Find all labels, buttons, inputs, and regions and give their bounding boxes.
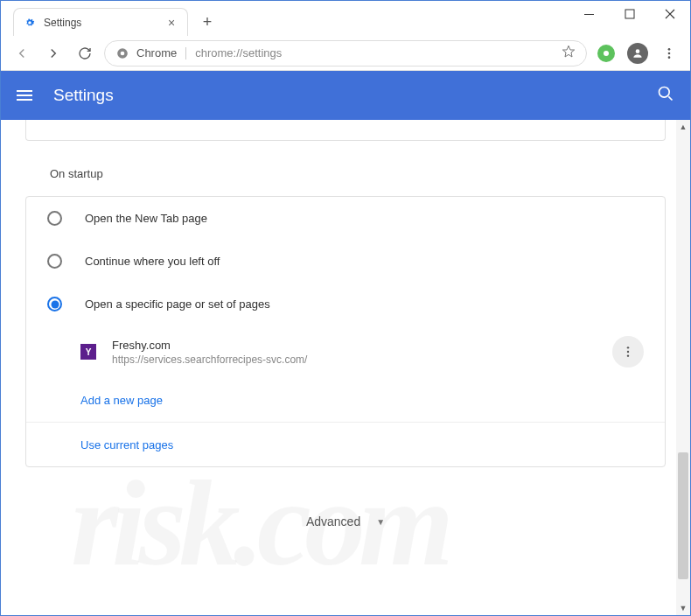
profile-button[interactable] [625, 41, 650, 66]
favicon-icon: Y [80, 344, 96, 360]
back-button[interactable] [10, 41, 34, 66]
use-current-pages-link[interactable]: Use current pages [26, 422, 665, 466]
scroll-up-arrow[interactable]: ▲ [676, 120, 690, 134]
tab-strip: Settings × + [1, 1, 220, 36]
toolbar: Chrome chrome://settings [1, 36, 690, 71]
svg-point-7 [668, 52, 671, 54]
bookmark-star-icon[interactable] [562, 45, 576, 62]
page-info: Freshy.com https://services.searchforrec… [112, 339, 597, 366]
svg-point-9 [660, 88, 670, 98]
address-bar[interactable]: Chrome chrome://settings [104, 40, 587, 66]
page-title: Settings [53, 86, 657, 105]
radio-icon [47, 297, 62, 312]
search-button[interactable] [657, 85, 674, 106]
forward-button[interactable] [41, 41, 66, 66]
svg-rect-1 [625, 10, 634, 18]
svg-point-3 [121, 51, 125, 55]
svg-point-5 [636, 49, 640, 53]
window-controls [569, 1, 690, 27]
svg-point-12 [627, 354, 629, 356]
omnibox-url: chrome://settings [195, 46, 555, 60]
close-window-button[interactable] [650, 1, 690, 27]
extension-icon [597, 45, 615, 62]
scrollbar[interactable]: ▲ ▼ [676, 120, 690, 615]
radio-label: Open a specific page or set of pages [85, 298, 270, 311]
svg-point-10 [627, 346, 629, 348]
radio-label: Continue where you left off [85, 255, 220, 268]
radio-icon [47, 254, 62, 269]
more-actions-button[interactable] [612, 336, 644, 368]
hamburger-menu-button[interactable] [17, 85, 38, 106]
avatar-icon [627, 43, 648, 64]
radio-icon [47, 211, 62, 226]
chevron-down-icon: ▼ [376, 517, 385, 527]
link-label: Add a new page [80, 394, 163, 407]
section-title: On startup [50, 167, 669, 180]
content-scroll[interactable]: On startup Open the New Tab page Continu… [1, 120, 690, 615]
page-url: https://services.searchforrecipes-svc.co… [112, 354, 597, 366]
close-icon[interactable]: × [164, 16, 178, 30]
svg-point-8 [668, 56, 671, 59]
link-label: Use current pages [80, 438, 173, 452]
tab-settings[interactable]: Settings × [13, 8, 188, 36]
settings-appbar: Settings [1, 71, 690, 120]
advanced-toggle[interactable]: Advanced ▼ [22, 514, 669, 528]
page-name: Freshy.com [112, 339, 597, 352]
scroll-down-arrow[interactable]: ▼ [676, 601, 690, 615]
new-tab-button[interactable]: + [195, 10, 220, 34]
add-page-link[interactable]: Add a new page [26, 378, 665, 422]
scrollbar-thumb[interactable] [678, 452, 688, 579]
maximize-button[interactable] [610, 1, 650, 27]
radio-label: Open the New Tab page [85, 212, 207, 225]
svg-point-11 [627, 351, 629, 353]
titlebar: Settings × + [1, 1, 690, 36]
svg-point-6 [668, 48, 671, 51]
omnibox-divider [185, 47, 186, 60]
content-area: PC risk.com On startup Open the New Tab … [1, 120, 690, 615]
radio-specific-pages[interactable]: Open a specific page or set of pages [26, 283, 665, 326]
startup-page-row: Y Freshy.com https://services.searchforr… [26, 326, 665, 378]
menu-button[interactable] [657, 41, 681, 66]
browser-window: Settings × + Chrome chrome://settings [0, 0, 691, 616]
chrome-icon [115, 46, 129, 60]
svg-rect-0 [584, 14, 594, 15]
omnibox-origin-label: Chrome [136, 46, 177, 60]
minimize-button[interactable] [569, 1, 610, 27]
extension-button[interactable] [594, 41, 618, 66]
advanced-label: Advanced [306, 514, 360, 528]
startup-card: Open the New Tab page Continue where you… [25, 196, 666, 467]
radio-new-tab[interactable]: Open the New Tab page [26, 197, 665, 240]
gear-icon [23, 16, 37, 30]
tab-title: Settings [44, 17, 157, 29]
svg-point-4 [604, 51, 609, 56]
previous-card-edge [25, 120, 666, 141]
reload-button[interactable] [73, 41, 97, 66]
radio-continue[interactable]: Continue where you left off [26, 240, 665, 283]
